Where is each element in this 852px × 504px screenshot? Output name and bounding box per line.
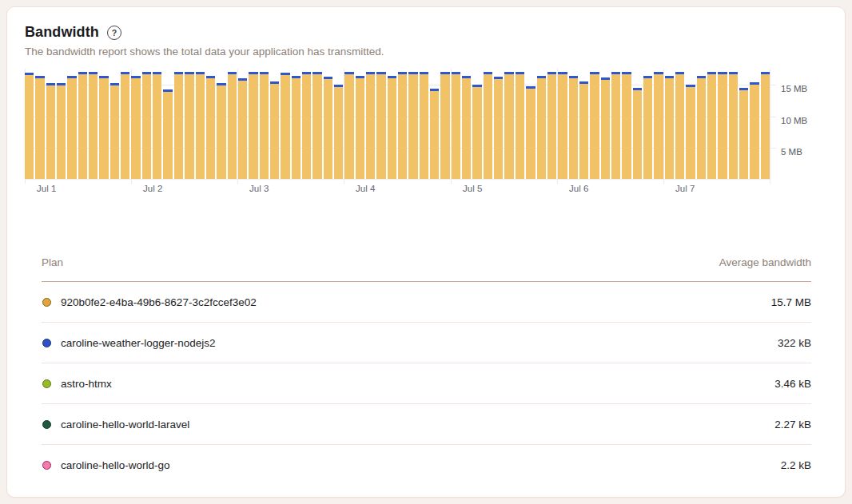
chart-bar[interactable] bbox=[57, 83, 66, 179]
chart-bar[interactable] bbox=[440, 72, 449, 179]
chart-bar[interactable] bbox=[569, 76, 578, 179]
chart-bar[interactable] bbox=[89, 72, 98, 179]
bar-segment-base bbox=[78, 74, 87, 179]
chart-bar[interactable] bbox=[537, 76, 546, 179]
chart-bar[interactable] bbox=[163, 89, 172, 179]
chart-bar[interactable] bbox=[270, 81, 279, 179]
chart-bar[interactable] bbox=[334, 85, 343, 179]
chart-bar[interactable] bbox=[504, 72, 513, 179]
chart-bar[interactable] bbox=[196, 72, 205, 179]
chart-bar[interactable] bbox=[99, 76, 108, 179]
bar-segment-base bbox=[153, 74, 161, 179]
chart-bar[interactable] bbox=[707, 72, 716, 179]
chart-bar[interactable] bbox=[121, 72, 129, 179]
table-row[interactable]: 920b0fe2-e4ba-49b6-8627-3c2fccef3e0215.7… bbox=[42, 282, 811, 323]
bar-segment-base bbox=[537, 78, 546, 179]
chart-bar[interactable] bbox=[739, 88, 748, 179]
chart-bar[interactable] bbox=[420, 72, 428, 179]
chart-bar[interactable] bbox=[260, 72, 269, 179]
bar-segment-base bbox=[761, 74, 770, 179]
chart-bar[interactable] bbox=[185, 72, 193, 179]
chart-bar[interactable] bbox=[238, 78, 247, 179]
chart-bar[interactable] bbox=[344, 72, 353, 179]
chart-bar[interactable] bbox=[579, 81, 588, 179]
chart-bar[interactable] bbox=[25, 73, 34, 179]
bar-segment-base bbox=[665, 78, 674, 179]
chart-bar[interactable] bbox=[654, 72, 663, 179]
chart-bar[interactable] bbox=[611, 72, 620, 179]
bar-segment-base bbox=[217, 85, 225, 179]
chart-bar[interactable] bbox=[46, 83, 55, 179]
help-icon[interactable]: ? bbox=[107, 26, 121, 40]
chart-bar[interactable] bbox=[472, 85, 481, 179]
bar-segment-base bbox=[260, 74, 269, 179]
chart-bar[interactable] bbox=[633, 88, 642, 179]
chart-bar[interactable] bbox=[217, 83, 225, 179]
bandwidth-chart: Jul 1Jul 2Jul 3Jul 4Jul 5Jul 6Jul 7 15 M… bbox=[7, 69, 845, 198]
table-body: 920b0fe2-e4ba-49b6-8627-3c2fccef3e0215.7… bbox=[42, 282, 811, 485]
bandwidth-report-card: Bandwidth ? The bandwidth report shows t… bbox=[6, 6, 846, 498]
chart-bar[interactable] bbox=[494, 77, 503, 179]
chart-bar[interactable] bbox=[153, 72, 161, 179]
chart-bar[interactable] bbox=[292, 76, 301, 179]
bar-segment-base bbox=[35, 78, 44, 179]
bar-segment-base bbox=[697, 78, 706, 179]
chart-bar[interactable] bbox=[249, 72, 257, 179]
chart-bar[interactable] bbox=[484, 72, 492, 179]
chart-bar[interactable] bbox=[622, 72, 631, 179]
chart-bar[interactable] bbox=[142, 72, 151, 179]
plan-color-dot bbox=[42, 379, 51, 388]
chart-bar[interactable] bbox=[601, 77, 610, 179]
chart-bar[interactable] bbox=[729, 72, 738, 179]
chart-bar[interactable] bbox=[430, 89, 439, 179]
chart-bar[interactable] bbox=[452, 72, 460, 179]
chart-bar[interactable] bbox=[313, 72, 321, 179]
chart-bar[interactable] bbox=[206, 76, 215, 179]
bar-segment-base bbox=[302, 74, 311, 179]
chart-bar[interactable] bbox=[35, 76, 44, 179]
chart-bar[interactable] bbox=[462, 76, 471, 179]
bar-segment-base bbox=[462, 78, 471, 179]
chart-bar[interactable] bbox=[408, 72, 417, 179]
chart-bar[interactable] bbox=[174, 72, 183, 179]
chart-bar[interactable] bbox=[110, 83, 119, 179]
bar-segment-base bbox=[558, 74, 567, 179]
chart-bar[interactable] bbox=[590, 72, 599, 179]
chart-bar[interactable] bbox=[558, 72, 567, 179]
chart-bar[interactable] bbox=[281, 73, 289, 179]
chart-plot-area[interactable]: Jul 1Jul 2Jul 3Jul 4Jul 5Jul 6Jul 7 bbox=[25, 69, 770, 180]
chart-bar[interactable] bbox=[398, 72, 407, 179]
chart-bar[interactable] bbox=[665, 76, 674, 179]
chart-bar[interactable] bbox=[718, 72, 727, 179]
bar-segment-base bbox=[569, 78, 578, 179]
chart-bar[interactable] bbox=[686, 85, 695, 179]
column-header-plan: Plan bbox=[42, 256, 63, 268]
chart-bar[interactable] bbox=[324, 77, 332, 179]
chart-bar[interactable] bbox=[526, 86, 535, 179]
chart-bar[interactable] bbox=[643, 76, 652, 179]
table-row[interactable]: caroline-hello-world-go2.2 kB bbox=[42, 445, 811, 485]
chart-bar[interactable] bbox=[366, 72, 375, 179]
chart-bar[interactable] bbox=[356, 76, 364, 179]
chart-bar[interactable] bbox=[131, 76, 140, 179]
chart-bar[interactable] bbox=[675, 72, 684, 179]
chart-bar[interactable] bbox=[302, 72, 311, 179]
chart-bar[interactable] bbox=[697, 76, 706, 179]
bar-segment-base bbox=[633, 90, 642, 179]
chart-bar[interactable] bbox=[388, 76, 396, 179]
chart-bar[interactable] bbox=[78, 72, 87, 179]
chart-bar[interactable] bbox=[761, 72, 770, 179]
average-bandwidth-value: 3.46 kB bbox=[774, 378, 811, 390]
table-row[interactable]: astro-htmx3.46 kB bbox=[42, 363, 811, 404]
chart-bar[interactable] bbox=[67, 76, 76, 179]
chart-bar[interactable] bbox=[547, 72, 556, 179]
chart-bar[interactable] bbox=[750, 82, 758, 179]
table-row[interactable]: caroline-weather-logger-nodejs2322 kB bbox=[42, 323, 811, 363]
bar-segment-base bbox=[185, 74, 193, 179]
chart-bar[interactable] bbox=[376, 72, 385, 179]
table-row[interactable]: caroline-hello-world-laravel2.27 kB bbox=[42, 404, 811, 445]
plan-name: 920b0fe2-e4ba-49b6-8627-3c2fccef3e02 bbox=[61, 296, 257, 308]
bar-segment-base bbox=[25, 75, 34, 179]
chart-bar[interactable] bbox=[228, 72, 237, 179]
chart-bar[interactable] bbox=[516, 72, 524, 179]
